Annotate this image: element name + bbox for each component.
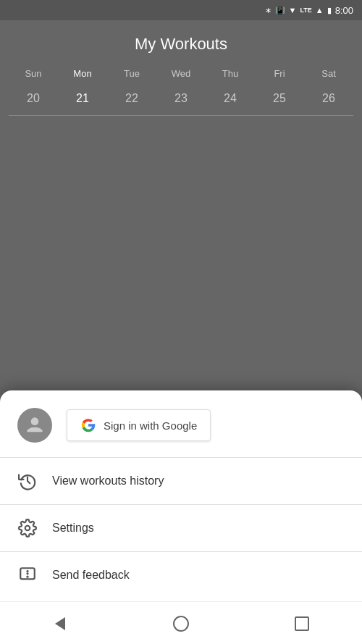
svg-point-0 <box>31 417 39 425</box>
day-mon: Mon <box>58 65 107 82</box>
calendar-body <box>9 119 353 278</box>
day-sun: Sun <box>9 65 58 82</box>
date-24: 24 <box>206 88 255 109</box>
battery-icon: ▮ <box>327 6 332 15</box>
google-signin-button[interactable]: Sign in with Google <box>67 409 211 441</box>
svg-point-1 <box>25 526 30 531</box>
settings-label: Settings <box>52 522 94 535</box>
history-label: View workouts history <box>52 474 164 488</box>
date-22: 22 <box>107 88 156 109</box>
day-sat: Sat <box>304 65 353 82</box>
recent-button[interactable] <box>286 612 318 635</box>
google-signin-text: Sign in with Google <box>104 419 197 432</box>
back-button[interactable] <box>44 612 76 635</box>
google-g-icon <box>80 417 96 433</box>
calendar-area: My Workouts Sun Mon Tue Wed Thu Fri Sat … <box>0 20 362 278</box>
day-wed: Wed <box>156 65 206 82</box>
settings-icon <box>17 518 38 538</box>
feedback-icon <box>17 565 38 585</box>
nav-bar <box>0 601 362 644</box>
signal-icon: ▲ <box>316 6 324 14</box>
status-bar: ∗ 📳 ▼ LTE ▲ ▮ 8:00 <box>0 0 362 20</box>
bluetooth-icon: ∗ <box>265 6 272 15</box>
feedback-label: Send feedback <box>52 569 130 582</box>
avatar <box>17 408 52 443</box>
menu-item-feedback[interactable]: Send feedback <box>0 552 362 598</box>
menu-item-settings[interactable]: Settings <box>0 505 362 551</box>
day-tue: Tue <box>107 65 156 82</box>
day-fri: Fri <box>255 65 304 82</box>
home-button[interactable] <box>165 612 197 635</box>
week-days-header: Sun Mon Tue Wed Thu Fri Sat <box>9 65 353 82</box>
user-icon <box>23 414 46 437</box>
status-time: 8:00 <box>335 5 353 16</box>
signin-row: Sign in with Google <box>0 408 362 457</box>
lte-icon: LTE <box>300 7 311 14</box>
bottom-sheet: Sign in with Google View workouts histor… <box>0 390 362 644</box>
week-dates-row: 20 21 22 23 24 25 26 <box>9 88 353 109</box>
menu-item-history[interactable]: View workouts history <box>0 458 362 504</box>
date-21: 21 <box>58 88 107 109</box>
vibrate-icon: 📳 <box>275 6 285 15</box>
day-thu: Thu <box>206 65 255 82</box>
history-icon <box>17 471 38 491</box>
wifi-icon: ▼ <box>289 6 297 14</box>
date-23: 23 <box>156 88 206 109</box>
calendar-divider <box>9 115 353 116</box>
date-25: 25 <box>255 88 304 109</box>
date-20: 20 <box>9 88 58 109</box>
status-icons: ∗ 📳 ▼ LTE ▲ ▮ 8:00 <box>265 5 353 16</box>
date-26: 26 <box>304 88 353 109</box>
page-title: My Workouts <box>9 20 353 65</box>
